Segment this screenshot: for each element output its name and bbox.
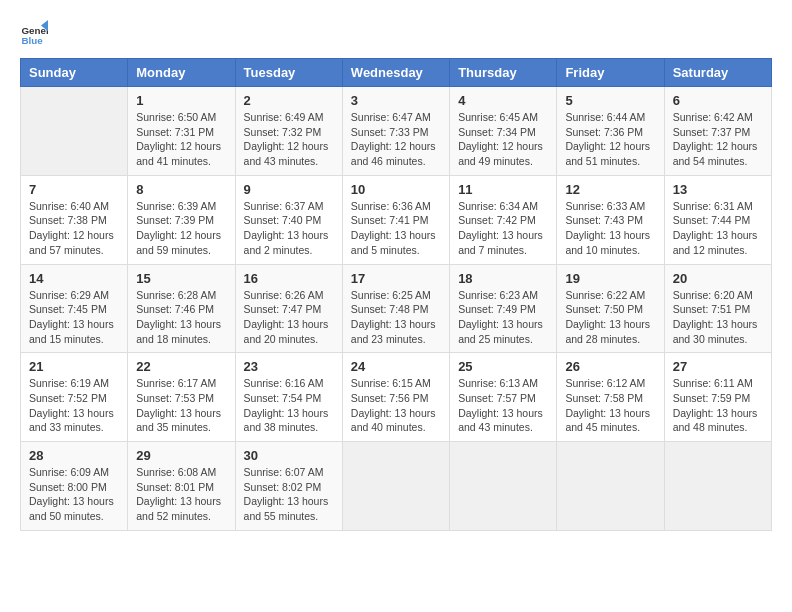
calendar-cell: 13Sunrise: 6:31 AM Sunset: 7:44 PM Dayli… bbox=[664, 175, 771, 264]
day-info: Sunrise: 6:45 AM Sunset: 7:34 PM Dayligh… bbox=[458, 110, 548, 169]
calendar-cell: 6Sunrise: 6:42 AM Sunset: 7:37 PM Daylig… bbox=[664, 87, 771, 176]
day-info: Sunrise: 6:31 AM Sunset: 7:44 PM Dayligh… bbox=[673, 199, 763, 258]
day-info: Sunrise: 6:37 AM Sunset: 7:40 PM Dayligh… bbox=[244, 199, 334, 258]
day-info: Sunrise: 6:44 AM Sunset: 7:36 PM Dayligh… bbox=[565, 110, 655, 169]
day-number: 11 bbox=[458, 182, 548, 197]
day-info: Sunrise: 6:42 AM Sunset: 7:37 PM Dayligh… bbox=[673, 110, 763, 169]
day-info: Sunrise: 6:36 AM Sunset: 7:41 PM Dayligh… bbox=[351, 199, 441, 258]
day-number: 25 bbox=[458, 359, 548, 374]
calendar-cell: 25Sunrise: 6:13 AM Sunset: 7:57 PM Dayli… bbox=[450, 353, 557, 442]
day-info: Sunrise: 6:39 AM Sunset: 7:39 PM Dayligh… bbox=[136, 199, 226, 258]
day-number: 21 bbox=[29, 359, 119, 374]
day-number: 3 bbox=[351, 93, 441, 108]
day-info: Sunrise: 6:17 AM Sunset: 7:53 PM Dayligh… bbox=[136, 376, 226, 435]
day-number: 4 bbox=[458, 93, 548, 108]
day-number: 29 bbox=[136, 448, 226, 463]
day-info: Sunrise: 6:22 AM Sunset: 7:50 PM Dayligh… bbox=[565, 288, 655, 347]
calendar-cell: 12Sunrise: 6:33 AM Sunset: 7:43 PM Dayli… bbox=[557, 175, 664, 264]
day-info: Sunrise: 6:33 AM Sunset: 7:43 PM Dayligh… bbox=[565, 199, 655, 258]
day-number: 14 bbox=[29, 271, 119, 286]
day-info: Sunrise: 6:28 AM Sunset: 7:46 PM Dayligh… bbox=[136, 288, 226, 347]
day-info: Sunrise: 6:49 AM Sunset: 7:32 PM Dayligh… bbox=[244, 110, 334, 169]
col-wednesday: Wednesday bbox=[342, 59, 449, 87]
day-info: Sunrise: 6:47 AM Sunset: 7:33 PM Dayligh… bbox=[351, 110, 441, 169]
day-info: Sunrise: 6:13 AM Sunset: 7:57 PM Dayligh… bbox=[458, 376, 548, 435]
day-number: 6 bbox=[673, 93, 763, 108]
logo: General Blue bbox=[20, 20, 48, 48]
calendar-cell: 18Sunrise: 6:23 AM Sunset: 7:49 PM Dayli… bbox=[450, 264, 557, 353]
day-number: 19 bbox=[565, 271, 655, 286]
calendar-cell: 26Sunrise: 6:12 AM Sunset: 7:58 PM Dayli… bbox=[557, 353, 664, 442]
col-sunday: Sunday bbox=[21, 59, 128, 87]
calendar-cell: 2Sunrise: 6:49 AM Sunset: 7:32 PM Daylig… bbox=[235, 87, 342, 176]
day-number: 28 bbox=[29, 448, 119, 463]
day-number: 15 bbox=[136, 271, 226, 286]
day-number: 16 bbox=[244, 271, 334, 286]
day-info: Sunrise: 6:09 AM Sunset: 8:00 PM Dayligh… bbox=[29, 465, 119, 524]
col-thursday: Thursday bbox=[450, 59, 557, 87]
day-info: Sunrise: 6:25 AM Sunset: 7:48 PM Dayligh… bbox=[351, 288, 441, 347]
day-number: 7 bbox=[29, 182, 119, 197]
calendar-cell bbox=[557, 442, 664, 531]
day-number: 8 bbox=[136, 182, 226, 197]
day-info: Sunrise: 6:20 AM Sunset: 7:51 PM Dayligh… bbox=[673, 288, 763, 347]
calendar-cell: 7Sunrise: 6:40 AM Sunset: 7:38 PM Daylig… bbox=[21, 175, 128, 264]
col-monday: Monday bbox=[128, 59, 235, 87]
day-number: 12 bbox=[565, 182, 655, 197]
calendar-table: Sunday Monday Tuesday Wednesday Thursday… bbox=[20, 58, 772, 531]
calendar-cell bbox=[342, 442, 449, 531]
calendar-cell: 15Sunrise: 6:28 AM Sunset: 7:46 PM Dayli… bbox=[128, 264, 235, 353]
day-info: Sunrise: 6:12 AM Sunset: 7:58 PM Dayligh… bbox=[565, 376, 655, 435]
calendar-cell bbox=[664, 442, 771, 531]
day-number: 26 bbox=[565, 359, 655, 374]
calendar-cell: 5Sunrise: 6:44 AM Sunset: 7:36 PM Daylig… bbox=[557, 87, 664, 176]
calendar-cell: 24Sunrise: 6:15 AM Sunset: 7:56 PM Dayli… bbox=[342, 353, 449, 442]
day-info: Sunrise: 6:23 AM Sunset: 7:49 PM Dayligh… bbox=[458, 288, 548, 347]
calendar-cell: 30Sunrise: 6:07 AM Sunset: 8:02 PM Dayli… bbox=[235, 442, 342, 531]
day-info: Sunrise: 6:15 AM Sunset: 7:56 PM Dayligh… bbox=[351, 376, 441, 435]
day-info: Sunrise: 6:29 AM Sunset: 7:45 PM Dayligh… bbox=[29, 288, 119, 347]
calendar-week-4: 21Sunrise: 6:19 AM Sunset: 7:52 PM Dayli… bbox=[21, 353, 772, 442]
calendar-cell: 23Sunrise: 6:16 AM Sunset: 7:54 PM Dayli… bbox=[235, 353, 342, 442]
logo-icon: General Blue bbox=[20, 20, 48, 48]
calendar-cell: 27Sunrise: 6:11 AM Sunset: 7:59 PM Dayli… bbox=[664, 353, 771, 442]
calendar-cell: 1Sunrise: 6:50 AM Sunset: 7:31 PM Daylig… bbox=[128, 87, 235, 176]
day-number: 2 bbox=[244, 93, 334, 108]
day-number: 27 bbox=[673, 359, 763, 374]
calendar-cell: 21Sunrise: 6:19 AM Sunset: 7:52 PM Dayli… bbox=[21, 353, 128, 442]
day-info: Sunrise: 6:50 AM Sunset: 7:31 PM Dayligh… bbox=[136, 110, 226, 169]
col-tuesday: Tuesday bbox=[235, 59, 342, 87]
day-number: 1 bbox=[136, 93, 226, 108]
day-number: 24 bbox=[351, 359, 441, 374]
day-info: Sunrise: 6:11 AM Sunset: 7:59 PM Dayligh… bbox=[673, 376, 763, 435]
calendar-body: 1Sunrise: 6:50 AM Sunset: 7:31 PM Daylig… bbox=[21, 87, 772, 531]
day-number: 13 bbox=[673, 182, 763, 197]
page-header: General Blue bbox=[20, 20, 772, 48]
calendar-week-3: 14Sunrise: 6:29 AM Sunset: 7:45 PM Dayli… bbox=[21, 264, 772, 353]
calendar-cell bbox=[21, 87, 128, 176]
calendar-week-1: 1Sunrise: 6:50 AM Sunset: 7:31 PM Daylig… bbox=[21, 87, 772, 176]
col-saturday: Saturday bbox=[664, 59, 771, 87]
day-number: 23 bbox=[244, 359, 334, 374]
day-info: Sunrise: 6:34 AM Sunset: 7:42 PM Dayligh… bbox=[458, 199, 548, 258]
calendar-cell: 4Sunrise: 6:45 AM Sunset: 7:34 PM Daylig… bbox=[450, 87, 557, 176]
calendar-cell: 17Sunrise: 6:25 AM Sunset: 7:48 PM Dayli… bbox=[342, 264, 449, 353]
calendar-cell: 11Sunrise: 6:34 AM Sunset: 7:42 PM Dayli… bbox=[450, 175, 557, 264]
col-friday: Friday bbox=[557, 59, 664, 87]
day-number: 5 bbox=[565, 93, 655, 108]
header-row: Sunday Monday Tuesday Wednesday Thursday… bbox=[21, 59, 772, 87]
day-info: Sunrise: 6:40 AM Sunset: 7:38 PM Dayligh… bbox=[29, 199, 119, 258]
calendar-cell: 22Sunrise: 6:17 AM Sunset: 7:53 PM Dayli… bbox=[128, 353, 235, 442]
day-info: Sunrise: 6:07 AM Sunset: 8:02 PM Dayligh… bbox=[244, 465, 334, 524]
calendar-week-5: 28Sunrise: 6:09 AM Sunset: 8:00 PM Dayli… bbox=[21, 442, 772, 531]
day-number: 10 bbox=[351, 182, 441, 197]
calendar-week-2: 7Sunrise: 6:40 AM Sunset: 7:38 PM Daylig… bbox=[21, 175, 772, 264]
calendar-cell: 28Sunrise: 6:09 AM Sunset: 8:00 PM Dayli… bbox=[21, 442, 128, 531]
day-number: 9 bbox=[244, 182, 334, 197]
calendar-cell: 9Sunrise: 6:37 AM Sunset: 7:40 PM Daylig… bbox=[235, 175, 342, 264]
day-info: Sunrise: 6:08 AM Sunset: 8:01 PM Dayligh… bbox=[136, 465, 226, 524]
calendar-cell: 19Sunrise: 6:22 AM Sunset: 7:50 PM Dayli… bbox=[557, 264, 664, 353]
calendar-cell: 29Sunrise: 6:08 AM Sunset: 8:01 PM Dayli… bbox=[128, 442, 235, 531]
calendar-cell: 16Sunrise: 6:26 AM Sunset: 7:47 PM Dayli… bbox=[235, 264, 342, 353]
day-number: 18 bbox=[458, 271, 548, 286]
